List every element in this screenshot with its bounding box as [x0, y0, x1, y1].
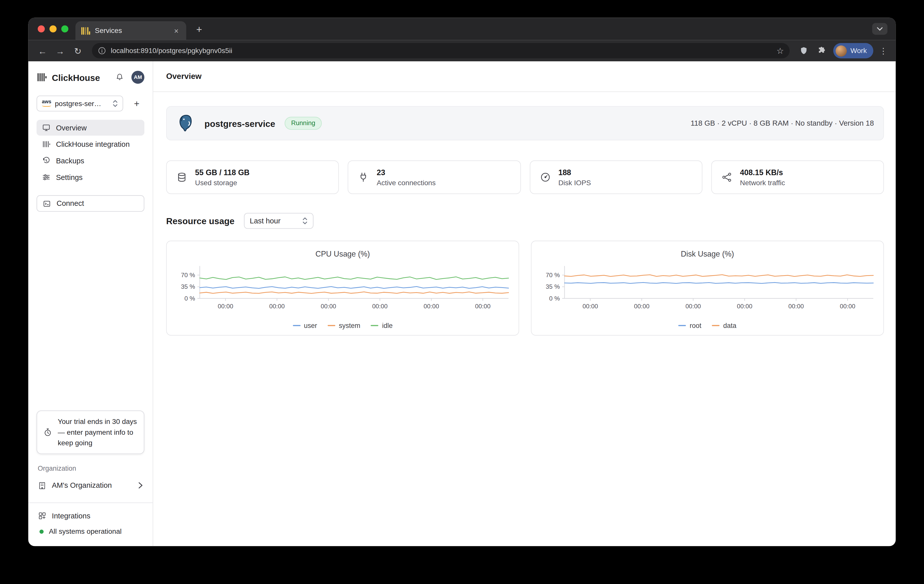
browser-menu-button[interactable]: ⋮: [877, 46, 890, 55]
stat-label: Disk IOPS: [558, 179, 591, 187]
history-icon: [42, 156, 51, 165]
stat-label: Used storage: [195, 179, 249, 187]
chevron-up-down-icon: [302, 217, 308, 225]
clickhouse-favicon-icon: [81, 26, 90, 35]
charts-row: CPU Usage (%) 0 %35 %70 %00:0000:0000:00…: [166, 241, 884, 336]
service-banner: postgres-service Running 118 GB · 2 vCPU…: [166, 106, 884, 140]
status-badge: Running: [285, 117, 322, 130]
legend-item: idle: [371, 322, 393, 329]
stat-card-active-connections: 23 Active connections: [348, 160, 520, 194]
legend-item: data: [712, 322, 736, 329]
tab-strip: Services × +: [28, 18, 896, 40]
gauge-icon: [540, 172, 551, 183]
forward-button[interactable]: →: [52, 46, 69, 55]
add-service-button[interactable]: +: [129, 96, 144, 111]
stopwatch-icon: [43, 428, 53, 437]
reload-button[interactable]: ↻: [69, 46, 86, 55]
bell-icon[interactable]: [115, 73, 125, 82]
trial-notice-text: Your trial ends in 30 days — enter payme…: [58, 416, 138, 448]
chart-title: Disk Usage (%): [537, 250, 878, 258]
svg-text:00:00: 00:00: [737, 303, 752, 309]
main-header: Overview: [153, 61, 896, 92]
connect-label: Connect: [56, 199, 84, 208]
sidebar-spacer: [37, 212, 144, 410]
status-text: All systems operational: [49, 527, 122, 536]
app-content: ClickHouse AM aws postgres-ser… +: [28, 61, 896, 546]
integrations-label: Integrations: [52, 512, 91, 520]
connect-icon: [43, 199, 51, 208]
building-icon: [38, 481, 46, 490]
postgresql-logo-icon: [176, 113, 196, 134]
user-avatar[interactable]: AM: [131, 71, 144, 84]
sidebar-divider: [28, 503, 153, 503]
shield-icon[interactable]: [796, 46, 812, 56]
page-title: Overview: [166, 72, 201, 81]
traffic-lights: [38, 25, 68, 32]
organization-name: AM's Organization: [52, 481, 133, 490]
integrations-item[interactable]: Integrations: [37, 508, 144, 524]
brand-name: ClickHouse: [52, 72, 100, 82]
integrations-icon: [38, 511, 46, 520]
svg-text:00:00: 00:00: [634, 303, 649, 309]
svg-text:00:00: 00:00: [582, 303, 598, 309]
sliders-icon: [42, 173, 51, 182]
network-icon: [721, 172, 733, 183]
svg-text:70 %: 70 %: [545, 271, 559, 278]
database-icon: [176, 172, 188, 183]
connections-icon: [358, 172, 369, 183]
sidebar-item-backups[interactable]: Backups: [37, 153, 144, 169]
chevron-down-icon: [876, 26, 883, 31]
url-text: localhost:8910/postgres/pgkybgnv0s5ii: [111, 46, 772, 55]
address-bar[interactable]: localhost:8910/postgres/pgkybgnv0s5ii ☆: [92, 43, 790, 58]
svg-text:0 %: 0 %: [549, 295, 560, 302]
stats-row: 55 GB / 118 GB Used storage 23 Active co…: [166, 160, 884, 194]
connect-button[interactable]: Connect: [37, 195, 144, 212]
cpu-usage-chart-card: CPU Usage (%) 0 %35 %70 %00:0000:0000:00…: [166, 241, 519, 336]
svg-text:00:00: 00:00: [840, 303, 855, 309]
sidebar-item-label: Settings: [56, 173, 82, 182]
sidebar-item-overview[interactable]: Overview: [37, 120, 144, 136]
clickhouse-logo-icon: [37, 72, 47, 83]
tab-close-icon[interactable]: ×: [172, 26, 180, 36]
window-close-button[interactable]: [38, 25, 45, 32]
stat-value: 23: [377, 168, 436, 177]
monitor-icon: [42, 123, 51, 132]
browser-window: Services × + ← → ↻ localhost:8910/postgr…: [28, 18, 896, 546]
site-info-icon[interactable]: [98, 46, 106, 55]
organization-label: Organization: [38, 465, 144, 472]
svg-text:00:00: 00:00: [218, 303, 233, 309]
svg-text:00:00: 00:00: [423, 303, 439, 309]
bookmark-star-icon[interactable]: ☆: [776, 46, 784, 55]
chart-legend: usersystemidle: [172, 322, 513, 329]
profile-chip[interactable]: Work: [833, 43, 873, 58]
brand-row: ClickHouse AM: [37, 68, 144, 86]
bars-icon: [42, 140, 51, 149]
extensions-puzzle-icon[interactable]: [813, 46, 830, 56]
browser-tab-services[interactable]: Services ×: [75, 21, 186, 40]
tab-search-button[interactable]: [872, 23, 887, 35]
disk-usage-plot: 0 %35 %70 %00:0000:0000:0000:0000:0000:0…: [537, 263, 878, 319]
sidebar: ClickHouse AM aws postgres-ser… +: [28, 61, 153, 546]
resource-usage-row: Resource usage Last hour: [166, 213, 884, 229]
window-minimize-button[interactable]: [50, 25, 56, 32]
service-selector[interactable]: aws postgres-ser…: [37, 96, 123, 111]
chart-title: CPU Usage (%): [172, 250, 513, 258]
time-range-select[interactable]: Last hour: [244, 213, 314, 229]
new-tab-button[interactable]: +: [192, 23, 206, 37]
back-button[interactable]: ←: [34, 46, 51, 55]
main-area: Overview postgres-service: [153, 61, 896, 546]
disk-usage-chart-card: Disk Usage (%) 0 %35 %70 %00:0000:0000:0…: [531, 241, 884, 336]
service-name: postgres-service: [205, 118, 275, 128]
legend-item: root: [678, 322, 701, 329]
time-range-value: Last hour: [250, 217, 299, 225]
window-zoom-button[interactable]: [61, 25, 68, 32]
system-status-item[interactable]: All systems operational: [37, 524, 144, 539]
sidebar-item-label: Overview: [56, 124, 87, 132]
service-selector-row: aws postgres-ser… +: [37, 96, 144, 111]
sidebar-nav: Overview ClickHouse integration Backups: [37, 120, 144, 186]
service-specs: 118 GB · 2 vCPU · 8 GB RAM · No standby …: [691, 119, 874, 127]
sidebar-item-settings[interactable]: Settings: [37, 169, 144, 185]
stat-card-disk-iops: 188 Disk IOPS: [530, 160, 702, 194]
organization-item[interactable]: AM's Organization: [37, 478, 144, 493]
sidebar-item-clickhouse-integration[interactable]: ClickHouse integration: [37, 136, 144, 152]
